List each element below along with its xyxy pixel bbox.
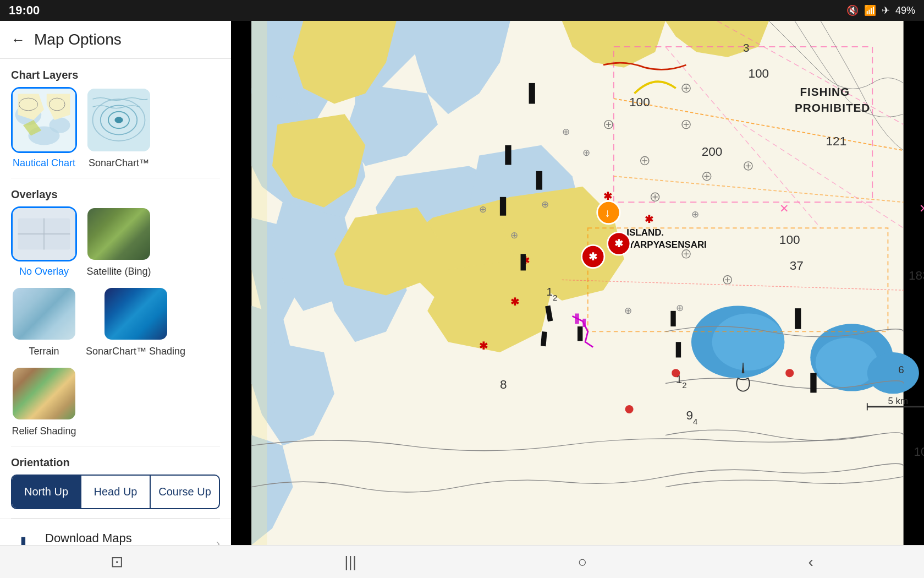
svg-rect-89 xyxy=(529,83,535,104)
back-button[interactable]: ← xyxy=(11,31,25,48)
overlay-terrain[interactable]: Terrain xyxy=(11,286,77,357)
sonarchart-thumb xyxy=(86,87,152,153)
svg-text:100: 100 xyxy=(914,445,924,459)
chart-nautical[interactable]: Nautical Chart xyxy=(11,87,77,169)
svg-text:↓: ↓ xyxy=(604,206,610,219)
download-chevron: › xyxy=(216,537,220,545)
no-overlay-thumb xyxy=(11,206,77,261)
svg-text:100: 100 xyxy=(748,67,769,80)
svg-text:⊕: ⊕ xyxy=(691,209,699,220)
svg-text:✱: ✱ xyxy=(603,190,612,202)
svg-text:121: 121 xyxy=(826,134,847,148)
svg-rect-98 xyxy=(676,342,681,357)
svg-text:100: 100 xyxy=(779,233,800,247)
wifi-icon: 📶 xyxy=(864,4,876,17)
satellite-label: Satellite (Bing) xyxy=(86,266,151,277)
svg-text:6: 6 xyxy=(898,364,904,375)
bottom-nav: ⊡ ||| ○ ‹ xyxy=(0,545,924,578)
svg-text:⊕: ⊕ xyxy=(562,127,570,137)
svg-text:✱: ✱ xyxy=(510,296,519,308)
relief-thumb xyxy=(11,366,77,421)
svg-text:⊕: ⊕ xyxy=(582,148,590,158)
orientation-section: North Up Head Up Course Up xyxy=(0,475,231,518)
svg-rect-99 xyxy=(795,308,801,329)
svg-rect-97 xyxy=(670,311,675,326)
svg-text:37: 37 xyxy=(790,259,804,272)
svg-point-103 xyxy=(785,369,794,377)
nautical-thumb xyxy=(11,87,77,153)
no-overlay-label: No Overlay xyxy=(19,266,69,277)
location-icon: ✈ xyxy=(882,4,890,17)
overlay-satellite[interactable]: Satellite (Bing) xyxy=(86,206,152,277)
svg-text:⊕: ⊕ xyxy=(676,303,684,313)
svg-text:✱: ✱ xyxy=(614,238,623,249)
status-bar: 19:00 🔇 📶 ✈ 49% xyxy=(0,0,924,21)
svg-text:⊕: ⊕ xyxy=(624,306,632,316)
chart-layers-grid: Nautical Chart xyxy=(0,87,231,178)
svg-rect-91 xyxy=(536,171,542,190)
svg-rect-90 xyxy=(505,145,511,165)
svg-text:8: 8 xyxy=(500,378,507,391)
status-time: 19:00 xyxy=(9,3,40,18)
relief-label: Relief Shading xyxy=(12,426,76,437)
download-maps-row[interactable]: ⬇ Download Maps Maps are saved for offli… xyxy=(0,519,231,545)
overlay-relief[interactable]: Relief Shading xyxy=(11,366,77,437)
svg-text:5 km: 5 km xyxy=(888,396,908,406)
chart-sonarchart[interactable]: SonarChart™ xyxy=(86,87,152,169)
svg-text:✱: ✱ xyxy=(479,340,488,352)
nautical-map-svg: 100 200 121 100 37 183 100 8 12 12 100 9… xyxy=(231,21,924,545)
left-panel: ← Map Options Chart Layers xyxy=(0,21,231,545)
head-up-button[interactable]: Head Up xyxy=(81,476,151,508)
download-title: Download Maps xyxy=(45,531,206,545)
svg-text:183: 183 xyxy=(909,269,924,282)
svg-text:ISLAND.: ISLAND. xyxy=(626,227,664,238)
orientation-buttons: North Up Head Up Course Up xyxy=(11,475,220,509)
svg-point-101 xyxy=(672,369,680,377)
svg-rect-93 xyxy=(521,254,526,270)
overlay-sonarchart-shading[interactable]: SonarChart™ Shading xyxy=(86,286,185,357)
mute-icon: 🔇 xyxy=(846,4,859,17)
course-up-button[interactable]: Course Up xyxy=(151,476,219,508)
svg-point-20 xyxy=(712,314,785,370)
sonarchart-label: SonarChart™ xyxy=(89,157,149,169)
svg-point-13 xyxy=(114,117,123,123)
svg-text:⊕: ⊕ xyxy=(541,199,549,210)
svg-text:✕: ✕ xyxy=(919,202,924,215)
nav-recents-button[interactable]: ||| xyxy=(322,548,378,576)
svg-rect-100 xyxy=(810,373,816,393)
svg-text:100: 100 xyxy=(629,95,650,109)
terrain-thumb xyxy=(11,286,77,341)
svg-text:FISHING: FISHING xyxy=(800,85,850,98)
overlays-grid: No Overlay Satellite (Bing) Terrain Sona… xyxy=(0,206,231,446)
svg-text:200: 200 xyxy=(702,145,723,159)
svg-rect-96 xyxy=(578,326,582,341)
overlay-none[interactable]: No Overlay xyxy=(11,206,77,277)
terrain-label: Terrain xyxy=(29,346,59,357)
battery-label: 49% xyxy=(895,5,915,17)
nav-back-button[interactable]: ‹ xyxy=(787,548,835,576)
svg-rect-92 xyxy=(500,197,506,216)
svg-text:3: 3 xyxy=(743,41,750,54)
sonarchart-shading-thumb xyxy=(103,286,169,341)
svg-rect-111 xyxy=(582,319,586,327)
svg-rect-24 xyxy=(251,21,267,545)
orientation-label: Orientation xyxy=(0,446,231,475)
svg-text:✱: ✱ xyxy=(645,214,653,225)
download-icon: ⬇ xyxy=(11,533,35,545)
status-icons: 🔇 📶 ✈ 49% xyxy=(846,4,915,17)
svg-text:✱: ✱ xyxy=(588,251,597,263)
nav-home-button[interactable]: ○ xyxy=(556,548,609,576)
panel-title: Map Options xyxy=(34,31,122,48)
overlays-label: Overlays xyxy=(0,178,231,206)
sonarchart-shading-label: SonarChart™ Shading xyxy=(86,346,185,357)
nav-gallery-button[interactable]: ⊡ xyxy=(89,547,145,576)
svg-rect-110 xyxy=(575,314,579,324)
north-up-button[interactable]: North Up xyxy=(12,476,81,508)
svg-text:⊕: ⊕ xyxy=(479,204,487,215)
svg-point-23 xyxy=(867,352,919,394)
satellite-thumb xyxy=(86,206,152,261)
svg-text:✕: ✕ xyxy=(779,202,789,215)
map-area[interactable]: 100 200 121 100 37 183 100 8 12 12 100 9… xyxy=(231,21,924,545)
panel-header: ← Map Options xyxy=(0,21,231,59)
download-text: Download Maps Maps are saved for offline… xyxy=(45,531,206,545)
